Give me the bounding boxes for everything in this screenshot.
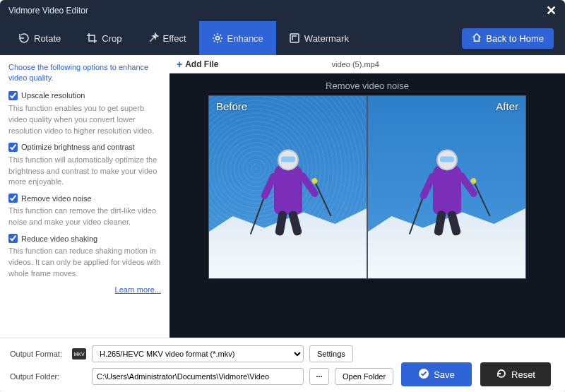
enhance-options-panel: Choose the following options to enhance … [0, 55, 170, 338]
tab-label: Watermark [304, 33, 349, 44]
option-desc: This function can remove the dirt-like v… [8, 206, 161, 228]
tab-enhance[interactable]: Enhance [199, 21, 276, 55]
add-file-bar: + Add File video (5).mp4 [170, 55, 565, 73]
learn-more-link[interactable]: Learn more... [8, 285, 161, 294]
back-to-home-button[interactable]: Back to Home [462, 28, 554, 49]
titlebar: Vidmore Video Editor ✕ [0, 0, 565, 21]
tab-rotate[interactable]: Rotate [6, 21, 73, 55]
option-noise: Remove video noise This function can rem… [8, 194, 161, 228]
before-pane: Before [208, 95, 367, 279]
settings-button[interactable]: Settings [309, 345, 353, 362]
add-file-button[interactable]: Add File [185, 59, 218, 69]
checkbox-brightness[interactable]: Optimize brightness and contrast [8, 143, 161, 152]
check-icon [418, 368, 429, 381]
tab-label: Crop [102, 33, 121, 44]
tab-effect[interactable]: Effect [135, 21, 199, 55]
after-pane: After [367, 95, 526, 279]
preview-panel: Remove video noise Before After [170, 73, 565, 338]
before-label: Before [216, 100, 247, 112]
current-filename: video (5).mp4 [332, 60, 379, 69]
tab-label: Effect [163, 33, 186, 44]
format-icon: MKV [72, 348, 86, 360]
save-button[interactable]: Save [401, 362, 472, 386]
preview-caption: Remove video noise [170, 73, 565, 95]
option-desc: This function will automatically optimiz… [8, 155, 161, 189]
tab-label: Enhance [227, 33, 263, 44]
checkbox-upscale[interactable]: Upscale resolution [8, 91, 161, 100]
option-desc: This function enables you to get superb … [8, 103, 161, 137]
reset-icon [496, 368, 507, 381]
option-desc: This function can reduce shaking motion … [8, 246, 161, 280]
output-format-label: Output Format: [10, 350, 66, 358]
rotate-icon [18, 32, 30, 44]
tab-crop[interactable]: Crop [73, 21, 134, 55]
close-icon[interactable]: ✕ [546, 3, 557, 18]
toolbar: Rotate Crop Effect Enhance Watermark Bac… [0, 21, 565, 55]
home-icon [472, 32, 482, 44]
crop-icon [86, 32, 97, 44]
svg-point-0 [215, 37, 219, 40]
browse-button[interactable]: ··· [309, 368, 329, 385]
after-label: After [496, 100, 518, 112]
svg-rect-1 [290, 34, 299, 42]
tab-label: Rotate [34, 33, 61, 44]
effect-icon [148, 32, 159, 44]
home-label: Back to Home [486, 33, 544, 44]
tab-watermark[interactable]: Watermark [276, 21, 362, 55]
app-title: Vidmore Video Editor [8, 6, 88, 16]
option-shaking: Reduce video shaking This function can r… [8, 234, 161, 280]
output-format-select[interactable]: H.265/HEVC MKV video format (*.mkv) [92, 345, 304, 362]
open-folder-button[interactable]: Open Folder [335, 368, 393, 385]
option-upscale: Upscale resolution This function enables… [8, 91, 161, 137]
reset-button[interactable]: Reset [480, 362, 551, 386]
output-folder-label: Output Folder: [10, 372, 66, 381]
enhance-icon [212, 32, 223, 44]
watermark-icon [289, 32, 300, 44]
checkbox-shaking[interactable]: Reduce video shaking [8, 234, 161, 243]
plus-icon[interactable]: + [177, 59, 182, 70]
output-folder-input[interactable]: C:\Users\Administrator\Documents\Vidmore… [92, 368, 304, 385]
option-brightness: Optimize brightness and contrast This fu… [8, 143, 161, 189]
checkbox-noise[interactable]: Remove video noise [8, 194, 161, 203]
enhance-intro: Choose the following options to enhance … [8, 62, 161, 84]
